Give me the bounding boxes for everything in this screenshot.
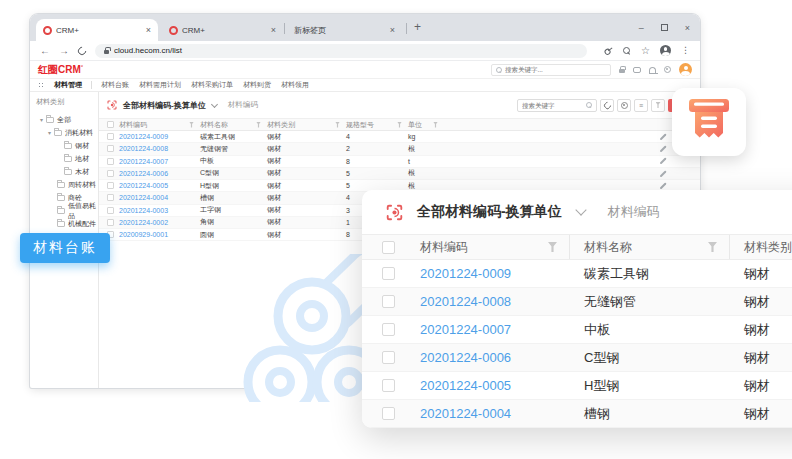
material-code-link[interactable]: 20201224-0008 bbox=[406, 294, 570, 309]
browser-tab[interactable]: 新标签页× bbox=[287, 19, 402, 41]
row-checkbox[interactable] bbox=[382, 351, 395, 364]
message-icon[interactable] bbox=[633, 67, 641, 73]
refresh-button[interactable] bbox=[600, 99, 614, 112]
filter-icon[interactable] bbox=[708, 242, 717, 252]
user-avatar[interactable] bbox=[679, 63, 692, 76]
edit-icon[interactable] bbox=[660, 133, 667, 140]
table-row[interactable]: 20201224-0009碳素工具钢钢材 bbox=[362, 260, 792, 288]
global-search-input[interactable] bbox=[505, 66, 606, 73]
filter-button[interactable] bbox=[651, 99, 665, 112]
material-code-link[interactable]: 20201224-0002 bbox=[119, 219, 200, 226]
material-code-link[interactable]: 20201224-0005 bbox=[406, 378, 570, 393]
row-checkbox[interactable] bbox=[107, 145, 114, 152]
apps-grid-icon[interactable] bbox=[38, 82, 45, 89]
table-row[interactable]: 20201224-0008无缝钢管钢材2根 bbox=[99, 143, 700, 155]
bell-icon[interactable] bbox=[649, 67, 656, 73]
material-code-link[interactable]: 20201224-0004 bbox=[406, 406, 570, 421]
table-row[interactable]: 20201224-0006C型钢钢材 bbox=[362, 344, 792, 372]
settings-button[interactable] bbox=[617, 99, 631, 112]
material-code-link[interactable]: 20201224-0009 bbox=[119, 133, 200, 140]
row-checkbox[interactable] bbox=[107, 194, 114, 201]
select-all-checkbox[interactable] bbox=[107, 121, 114, 128]
row-checkbox[interactable] bbox=[107, 182, 114, 189]
address-bar[interactable]: cloud.hecom.cn/list bbox=[95, 44, 587, 58]
chevron-down-icon[interactable] bbox=[575, 204, 586, 215]
tab-close-icon[interactable]: × bbox=[146, 26, 151, 35]
table-row[interactable]: 20201224-0005H型钢钢材 bbox=[362, 372, 792, 400]
edit-icon[interactable] bbox=[660, 182, 667, 189]
tree-item[interactable]: 周转材料 bbox=[30, 178, 98, 191]
browser-tab[interactable]: CRM+× bbox=[36, 19, 158, 41]
filter-icon[interactable] bbox=[433, 122, 438, 128]
material-code-link[interactable]: 20201224-0007 bbox=[406, 322, 570, 337]
table-row[interactable]: 20201224-0007中板钢材8t bbox=[99, 156, 700, 168]
view-tab-material-code[interactable]: 材料编码 bbox=[228, 100, 258, 110]
filter-icon[interactable] bbox=[256, 122, 261, 128]
overlay-tab-material-code[interactable]: 材料编码 bbox=[608, 203, 660, 221]
material-code-link[interactable]: 20201224-0009 bbox=[406, 266, 570, 281]
table-row[interactable]: 20201224-0009碳素工具钢钢材4kg bbox=[99, 131, 700, 143]
reload-icon[interactable] bbox=[76, 45, 87, 56]
row-checkbox[interactable] bbox=[382, 407, 395, 420]
nav-item[interactable]: 材料领用 bbox=[281, 80, 309, 90]
row-checkbox[interactable] bbox=[107, 158, 114, 165]
row-checkbox[interactable] bbox=[382, 379, 395, 392]
list-search[interactable] bbox=[517, 99, 597, 112]
tree-item[interactable]: 钢材 bbox=[30, 139, 98, 152]
material-code-link[interactable]: 20200929-0001 bbox=[119, 231, 200, 238]
filter-icon[interactable] bbox=[189, 122, 194, 128]
material-code-link[interactable]: 20201224-0006 bbox=[406, 350, 570, 365]
edit-icon[interactable] bbox=[660, 158, 667, 165]
tab-close-icon[interactable]: × bbox=[390, 26, 395, 35]
row-checkbox[interactable] bbox=[382, 267, 395, 280]
select-all-checkbox[interactable] bbox=[382, 241, 395, 254]
tree-item[interactable]: 机械配件 bbox=[30, 217, 98, 230]
table-row[interactable]: 20201224-0007中板钢材 bbox=[362, 316, 792, 344]
tree-item[interactable]: 低值易耗品 bbox=[30, 204, 98, 217]
key-icon[interactable] bbox=[602, 44, 615, 57]
material-code-link[interactable]: 20201224-0004 bbox=[119, 194, 200, 201]
row-checkbox[interactable] bbox=[107, 207, 114, 214]
row-checkbox[interactable] bbox=[382, 323, 395, 336]
window-close-button[interactable]: × bbox=[685, 23, 690, 33]
browser-tab[interactable]: CRM+× bbox=[162, 19, 283, 41]
overlay-view-title[interactable]: 全部材料编码-换算单位 bbox=[417, 203, 562, 221]
nav-item[interactable]: 材料到货 bbox=[243, 80, 271, 90]
browser-menu-icon[interactable]: ⋮ bbox=[681, 46, 690, 55]
zoom-icon[interactable] bbox=[623, 47, 631, 55]
edit-icon[interactable] bbox=[660, 170, 667, 177]
nav-item[interactable]: 材料需用计划 bbox=[139, 80, 181, 90]
table-row[interactable]: 20201224-0006C型钢钢材5根 bbox=[99, 168, 700, 180]
bookmark-star-icon[interactable]: ☆ bbox=[641, 46, 650, 56]
material-code-link[interactable]: 20201224-0003 bbox=[119, 207, 200, 214]
lock-icon[interactable] bbox=[619, 69, 625, 74]
view-title[interactable]: 全部材料编码-换算单位 bbox=[123, 100, 206, 111]
table-row[interactable]: 20201224-0008无缝钢管钢材 bbox=[362, 288, 792, 316]
row-checkbox[interactable] bbox=[107, 170, 114, 177]
tree-item[interactable]: 木材 bbox=[30, 165, 98, 178]
tab-close-icon[interactable]: × bbox=[271, 26, 276, 35]
filter-icon[interactable] bbox=[335, 122, 340, 128]
tree-item[interactable]: 地材 bbox=[30, 152, 98, 165]
material-code-link[interactable]: 20201224-0005 bbox=[119, 182, 200, 189]
list-view-button[interactable]: ≡ bbox=[634, 99, 648, 112]
nav-item[interactable]: 材料采购订单 bbox=[191, 80, 233, 90]
row-checkbox[interactable] bbox=[382, 295, 395, 308]
material-code-link[interactable]: 20201224-0006 bbox=[119, 170, 200, 177]
back-icon[interactable]: ← bbox=[40, 46, 50, 56]
row-checkbox[interactable] bbox=[107, 219, 114, 226]
material-code-link[interactable]: 20201224-0008 bbox=[119, 145, 200, 152]
tree-item[interactable]: ▾全部 bbox=[30, 113, 98, 126]
tree-item[interactable]: ▾消耗材料 bbox=[30, 126, 98, 139]
nav-app-label[interactable]: 材料管理 bbox=[54, 80, 82, 90]
gear-icon[interactable] bbox=[664, 66, 671, 73]
chevron-down-icon[interactable] bbox=[211, 100, 218, 107]
material-code-link[interactable]: 20201224-0007 bbox=[119, 158, 200, 165]
global-search[interactable] bbox=[491, 64, 611, 76]
table-row[interactable]: 20201224-0004槽钢钢材 bbox=[362, 400, 792, 428]
filter-icon[interactable] bbox=[548, 242, 557, 252]
window-minimize-button[interactable]: – bbox=[639, 23, 644, 33]
window-maximize-button[interactable] bbox=[661, 24, 668, 31]
list-search-input[interactable] bbox=[522, 102, 584, 109]
nav-item[interactable]: 材料台账 bbox=[101, 80, 129, 90]
